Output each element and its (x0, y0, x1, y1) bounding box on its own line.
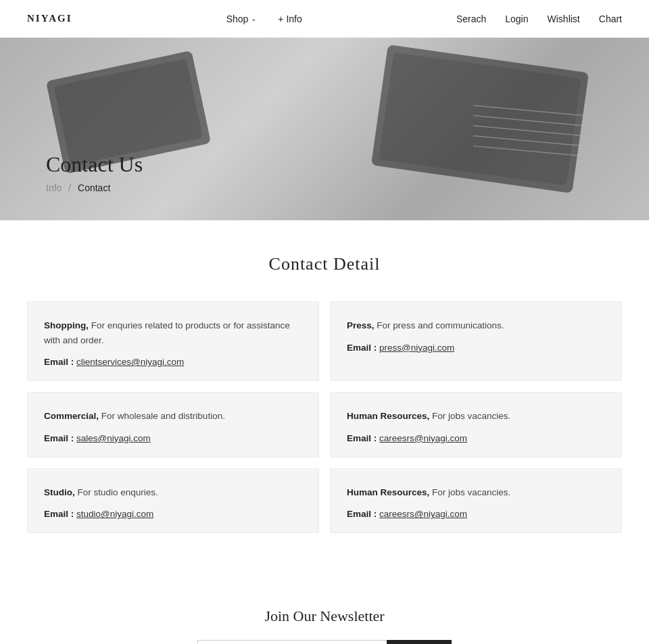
section-title: Contact Detail (27, 254, 622, 274)
nav-shop-link[interactable]: Shop ⌄ (226, 14, 257, 24)
nav-shop-label: Shop (226, 14, 249, 24)
card-category-3: Human Resources, (347, 411, 429, 421)
card-category-0: Shopping, (44, 320, 89, 330)
card-description-3: Human Resources, For jobs vacancies. (347, 409, 605, 424)
breadcrumb-separator: / (68, 182, 71, 193)
contact-grid: Shopping, For enquries related to produc… (27, 301, 622, 533)
email-link-3[interactable]: careesrs@niyagi.com (379, 433, 467, 443)
newsletter-section: Join Our Newsletter Join now INSTAGRAMFA… (0, 574, 649, 644)
main-content: Contact Detail Shopping, For enquries re… (0, 220, 649, 574)
nav-right: Serach Login Wishlist Chart (456, 14, 622, 24)
card-description-2: Commercial, For wholesale and distributi… (44, 409, 302, 424)
card-email-line-3: Email : careesrs@niyagi.com (347, 433, 605, 443)
card-email-line-2: Email : sales@niyagi.com (44, 433, 302, 443)
newsletter-form: Join now (27, 640, 622, 644)
nav-center: Shop ⌄ + Info (226, 14, 302, 24)
card-category-1: Press, (347, 320, 375, 330)
card-description-4: Studio, For studio enquries. (44, 485, 302, 500)
hero-content: Contact Us Info / Contact (46, 152, 143, 193)
email-link-2[interactable]: sales@niyagi.com (76, 433, 151, 443)
card-email-line-4: Email : studio@niyagi.com (44, 509, 302, 519)
nav-info-label: + Info (278, 14, 302, 24)
breadcrumb-current: Contact (78, 182, 110, 193)
nav-login-link[interactable]: Login (505, 14, 528, 24)
card-description-1: Press, For press and communications. (347, 318, 605, 333)
email-label-5: Email : (347, 509, 377, 519)
email-link-0[interactable]: clientservices@niyagi.com (76, 357, 184, 367)
contact-card: Human Resources, For jobs vacancies. Ema… (330, 392, 622, 457)
nav-logo[interactable]: NIYAGI (27, 13, 72, 24)
breadcrumb-parent[interactable]: Info (46, 182, 62, 193)
card-category-2: Commercial, (44, 411, 99, 421)
navbar: NIYAGI Shop ⌄ + Info Serach Login Wishli… (0, 0, 649, 38)
hero-section: Contact Us Info / Contact (0, 38, 649, 220)
card-category-4: Studio, (44, 487, 75, 497)
nav-chart-link[interactable]: Chart (599, 14, 622, 24)
email-label-0: Email : (44, 357, 74, 367)
contact-card: Human Resources, For jobs vacancies. Ema… (330, 468, 622, 534)
card-email-line-5: Email : careesrs@niyagi.com (347, 509, 605, 519)
contact-card: Shopping, For enquries related to produc… (27, 301, 319, 381)
nav-search-link[interactable]: Serach (456, 14, 486, 24)
email-input[interactable] (197, 640, 387, 644)
contact-card: Commercial, For wholesale and distributi… (27, 392, 319, 457)
email-label-3: Email : (347, 433, 377, 443)
newsletter-title: Join Our Newsletter (27, 608, 622, 625)
card-category-5: Human Resources, (347, 487, 429, 497)
contact-card: Studio, For studio enquries. Email : stu… (27, 468, 319, 534)
card-email-line-0: Email : clientservices@niyagi.com (44, 357, 302, 367)
card-email-line-1: Email : press@niyagi.com (347, 343, 605, 353)
email-link-1[interactable]: press@niyagi.com (379, 343, 454, 353)
join-now-button[interactable]: Join now (387, 640, 451, 644)
nav-wishlist-link[interactable]: Wishlist (548, 14, 580, 24)
email-label-4: Email : (44, 509, 74, 519)
breadcrumb: Info / Contact (46, 182, 143, 193)
contact-card: Press, For press and communications. Ema… (330, 301, 622, 381)
svg-rect-1 (54, 59, 203, 166)
card-description-0: Shopping, For enquries related to produc… (44, 318, 302, 347)
email-link-4[interactable]: studio@niyagi.com (76, 509, 153, 519)
hero-title: Contact Us (46, 152, 143, 177)
card-description-5: Human Resources, For jobs vacancies. (347, 485, 605, 500)
nav-info-link[interactable]: + Info (278, 14, 302, 24)
chevron-down-icon: ⌄ (251, 15, 256, 22)
email-label-1: Email : (347, 343, 377, 353)
email-label-2: Email : (44, 433, 74, 443)
email-link-5[interactable]: careesrs@niyagi.com (379, 509, 467, 519)
